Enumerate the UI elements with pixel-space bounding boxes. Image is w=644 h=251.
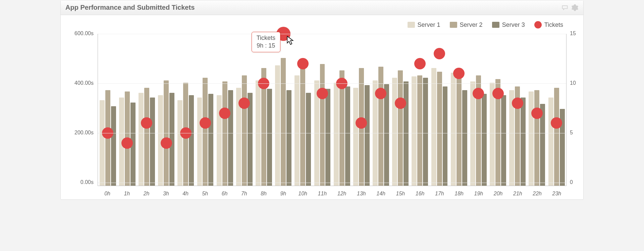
bar-group bbox=[215, 34, 234, 186]
bar-server2[interactable] bbox=[398, 70, 403, 186]
legend-item-server2[interactable]: Server 2 bbox=[450, 21, 483, 28]
x-tick-label: 18h bbox=[449, 187, 469, 199]
bar-group bbox=[449, 34, 469, 186]
ticket-dot[interactable] bbox=[121, 137, 133, 149]
comment-icon[interactable] bbox=[561, 4, 569, 11]
legend-item-tickets[interactable]: Tickets bbox=[534, 21, 563, 28]
ticket-dot[interactable] bbox=[512, 98, 523, 109]
ticket-dot[interactable] bbox=[356, 117, 367, 129]
bar-server3[interactable] bbox=[423, 78, 428, 186]
bar-server1[interactable] bbox=[548, 98, 553, 186]
bar-server2[interactable] bbox=[320, 64, 325, 186]
bar-group bbox=[196, 34, 215, 186]
bar-group bbox=[527, 34, 547, 186]
ticket-dot[interactable] bbox=[200, 117, 211, 129]
bar-server2[interactable] bbox=[242, 75, 247, 186]
x-tick-label: 2h bbox=[137, 187, 156, 199]
ticket-dot[interactable] bbox=[551, 117, 562, 129]
ticket-dot[interactable] bbox=[453, 68, 465, 79]
bar-server3[interactable] bbox=[443, 86, 448, 186]
bar-server1[interactable] bbox=[197, 98, 202, 186]
bar-group bbox=[391, 34, 410, 186]
bar-server3[interactable] bbox=[111, 106, 116, 186]
bar-server2[interactable] bbox=[300, 67, 305, 186]
y-left-tick-label: 400.00s bbox=[61, 80, 94, 86]
bar-server1[interactable] bbox=[294, 75, 300, 186]
bar-server1[interactable] bbox=[392, 78, 397, 186]
chart-plot-area[interactable]: Tickets9h : 15 bbox=[98, 34, 567, 186]
bar-group bbox=[352, 34, 371, 186]
bar-server2[interactable] bbox=[203, 78, 208, 186]
ticket-dot[interactable] bbox=[492, 88, 504, 99]
bar-server2[interactable] bbox=[534, 90, 539, 186]
ticket-dot[interactable] bbox=[531, 108, 543, 119]
bar-server2[interactable] bbox=[222, 81, 227, 186]
x-tick-label: 14h bbox=[371, 187, 391, 199]
gear-icon[interactable] bbox=[571, 4, 579, 11]
x-tick-label: 17h bbox=[430, 187, 449, 199]
bar-server1[interactable] bbox=[451, 73, 456, 186]
bar-server1[interactable] bbox=[100, 100, 105, 186]
bar-group bbox=[254, 34, 273, 186]
y-left-tick-label: 200.00s bbox=[61, 130, 94, 136]
bar-server2[interactable] bbox=[554, 88, 559, 186]
ticket-dot[interactable] bbox=[434, 48, 445, 59]
bar-server1[interactable] bbox=[431, 68, 436, 186]
x-tick-label: 5h bbox=[195, 187, 215, 199]
bar-server3[interactable] bbox=[365, 85, 370, 186]
x-tick-label: 3h bbox=[156, 187, 176, 199]
bar-server3[interactable] bbox=[208, 94, 213, 186]
bar-server3[interactable] bbox=[501, 95, 506, 186]
ticket-dot[interactable] bbox=[219, 108, 230, 119]
legend-label: Server 1 bbox=[418, 21, 440, 28]
bar-server1[interactable] bbox=[139, 93, 144, 186]
ticket-dot[interactable] bbox=[473, 88, 484, 99]
ticket-dot[interactable] bbox=[375, 88, 386, 99]
ticket-dot[interactable] bbox=[238, 98, 250, 109]
x-tick-label: 8h bbox=[254, 187, 273, 199]
bar-server1[interactable] bbox=[353, 88, 358, 186]
bar-server1[interactable] bbox=[412, 76, 417, 186]
bar-server3[interactable] bbox=[404, 81, 409, 186]
ticket-dot[interactable] bbox=[161, 137, 172, 149]
ticket-dot[interactable] bbox=[414, 58, 426, 69]
ticket-dot[interactable] bbox=[141, 117, 152, 129]
bar-server1[interactable] bbox=[529, 91, 534, 186]
bar-server3[interactable] bbox=[521, 98, 526, 186]
bar-group bbox=[293, 34, 313, 186]
ticket-dot[interactable] bbox=[297, 58, 309, 69]
tooltip-title: Tickets bbox=[257, 34, 275, 42]
bar-server2[interactable] bbox=[281, 58, 286, 186]
bar-server2[interactable] bbox=[378, 67, 383, 186]
bar-group bbox=[332, 34, 352, 186]
bar-server2[interactable] bbox=[437, 72, 442, 186]
ticket-dot[interactable] bbox=[395, 98, 406, 109]
bar-server1[interactable] bbox=[334, 83, 339, 186]
x-tick-label: 20h bbox=[488, 187, 508, 199]
y-left-tick-label: 0.00s bbox=[61, 179, 94, 185]
bar-server3[interactable] bbox=[306, 93, 311, 186]
bar-server2[interactable] bbox=[144, 88, 149, 186]
bar-server3[interactable] bbox=[189, 95, 194, 186]
bar-server2[interactable] bbox=[457, 76, 462, 186]
bar-server3[interactable] bbox=[482, 94, 487, 186]
legend-item-server1[interactable]: Server 1 bbox=[408, 21, 440, 28]
bar-server3[interactable] bbox=[384, 84, 389, 186]
gridline bbox=[98, 133, 566, 133]
bar-server3[interactable] bbox=[267, 89, 272, 186]
bar-server1[interactable] bbox=[490, 83, 495, 186]
bar-server3[interactable] bbox=[228, 90, 233, 186]
bar-server3[interactable] bbox=[345, 86, 350, 186]
bar-server3[interactable] bbox=[462, 90, 467, 186]
bar-server3[interactable] bbox=[325, 89, 330, 186]
legend-item-server3[interactable]: Server 3 bbox=[492, 21, 525, 28]
ticket-dot[interactable] bbox=[317, 88, 328, 99]
bar-group bbox=[98, 34, 117, 186]
bar-server3[interactable] bbox=[150, 98, 155, 186]
x-tick-label: 10h bbox=[293, 187, 313, 199]
bar-server3[interactable] bbox=[286, 90, 291, 186]
x-tick-label: 9h bbox=[273, 187, 293, 199]
bar-server2[interactable] bbox=[417, 75, 422, 186]
x-tick-label: 15h bbox=[391, 187, 410, 199]
bar-server1[interactable] bbox=[177, 100, 182, 186]
